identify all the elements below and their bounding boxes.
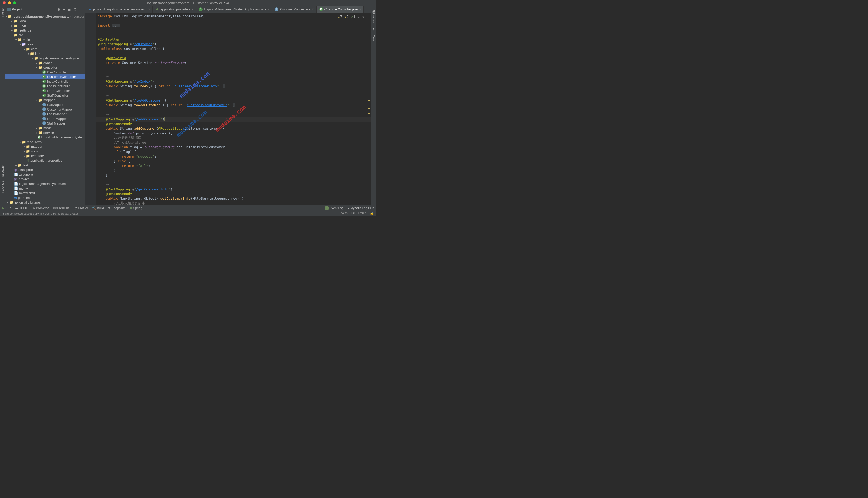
minimize-icon[interactable] [8,1,11,4]
tree-root[interactable]: ▾logisticsManagementSystem-master [logis… [5,14,85,18]
tree-index-controller[interactable]: C IndexController [5,79,85,84]
tree-src[interactable]: ▾src [5,32,85,37]
tree-main[interactable]: ▾main [5,37,85,42]
locate-icon[interactable]: ⊕ [57,7,61,11]
tool-profiler[interactable]: ◔Profiler [75,206,88,210]
tool-terminal[interactable]: ⌨Terminal [53,206,70,210]
tree-app-props[interactable]: ⚙ application.properties [5,158,85,163]
tool-todo[interactable]: ≔TODO [15,206,28,210]
tree-order-controller[interactable]: C OrderController [5,88,85,93]
rail-project[interactable]: Project [1,6,4,18]
close-icon[interactable]: × [148,8,150,11]
tree-login-mapper[interactable]: I LoginMapper [5,112,85,116]
interface-icon: I [275,8,278,11]
tool-mybatis[interactable]: ⬥Mybatis Log Plus [348,206,374,210]
expand-icon[interactable]: ≡ [63,7,65,11]
tree-project-file[interactable]: ◉ .project [5,177,85,181]
project-view-icon [7,8,11,11]
status-message: Build completed successfully in 7 sec, 3… [3,212,78,215]
rail-maven-label[interactable]: Maven [372,33,376,45]
tree-config[interactable]: ▸config [5,61,85,65]
warning-marker[interactable] [368,113,370,114]
tree-customer-controller[interactable]: C CustomerController [5,74,85,79]
maven-icon: m [88,8,91,11]
weak-warnings-count[interactable]: 2 [345,14,348,19]
warnings-count[interactable]: 7 [338,14,342,19]
rail-structure[interactable]: Structure [1,163,4,179]
tab-controller[interactable]: CCustomerController.java× [317,6,364,13]
project-tree[interactable]: ▾logisticsManagementSystem-master [logis… [5,13,85,205]
warning-marker[interactable] [368,108,370,109]
tree-lms[interactable]: ▾lms [5,51,85,56]
tree-staff-controller[interactable]: C StaffController [5,93,85,97]
tree-iml[interactable]: 📄 logisticsmanagementsystem.iml [5,181,85,186]
class-icon: C [42,70,46,74]
tree-ext-lib[interactable]: ▸External Libraries [5,200,85,205]
tree-service[interactable]: ▸service [5,130,85,135]
rail-database[interactable]: Database [372,10,376,26]
rail-notifications[interactable]: 通知 [372,6,376,10]
rail-maven[interactable]: m [372,26,376,33]
class-icon: C [199,8,202,11]
status-caret-pos[interactable]: 36:33 [341,212,348,215]
tab-mapper[interactable]: ICustomerMapper.java× [272,6,316,13]
tab-pom[interactable]: mpom.xml (logisticsmanagementsystem)× [85,6,153,13]
tree-pkg[interactable]: ▾logisticsmanagementsystem [5,56,85,61]
status-encoding[interactable]: UTF-8 [358,212,366,215]
tree-java[interactable]: ▾java [5,42,85,47]
tree-mvnwcmd[interactable]: 📄 mvnw.cmd [5,191,85,195]
folder-icon [8,14,12,18]
tree-staff-mapper[interactable]: I StaffMapper [5,121,85,126]
chevron-down-icon[interactable]: ▾ [23,8,25,11]
tree-mvn[interactable]: ▸.mvn [5,23,85,28]
tool-event-log[interactable]: 1Event Log [325,206,344,210]
tree-res-mapper[interactable]: ▸mapper [5,144,85,149]
editor-gutter[interactable] [85,13,95,205]
rail-favorites[interactable]: Favorites [1,179,4,195]
tree-controller[interactable]: ▾controller [5,65,85,70]
close-icon[interactable] [3,1,6,4]
tree-car-controller[interactable]: C CarController [5,70,85,74]
tab-app[interactable]: CLogisticsManagementSystemApplication.ja… [196,6,273,13]
tab-props[interactable]: ⬢application.properties× [153,6,196,13]
maximize-icon[interactable] [13,1,16,4]
tool-endpoints[interactable]: ↯Endpoints [108,206,125,210]
status-line-sep[interactable]: LF [351,212,355,215]
next-highlight-icon[interactable]: ∨ [363,15,364,19]
tree-idea[interactable]: ▸.idea [5,18,85,23]
tree-pom[interactable]: m pom.xml [5,195,85,200]
tree-gitignore[interactable]: 📄 .gitignore [5,172,85,177]
panel-title[interactable]: Project [12,7,22,11]
tree-customer-mapper[interactable]: I CustomerMapper [5,107,85,112]
prev-highlight-icon[interactable]: ∧ [358,15,360,19]
code-editor[interactable]: 7 2 1 ∧ ∨ package com.lms.logisticsmanag… [95,13,371,205]
gear-icon[interactable]: ⚙ [74,7,77,11]
tree-templates[interactable]: ▸templates [5,154,85,158]
tool-problems[interactable]: ⊘Problems [32,206,49,210]
tool-run[interactable]: ▶Run [2,206,11,210]
hide-icon[interactable]: — [79,7,83,11]
warning-marker[interactable] [368,100,370,101]
collapse-icon[interactable]: ≣ [68,7,71,11]
interface-icon: I [42,103,46,106]
tree-order-mapper[interactable]: I OrderMapper [5,116,85,121]
tree-classpath[interactable]: ◉ .classpath [5,167,85,172]
tree-com[interactable]: ▾com [5,47,85,51]
ok-count[interactable]: 1 [351,14,355,19]
tree-mvnw[interactable]: 📄 mvnw [5,186,85,191]
spring-icon: ⬢ [155,8,159,11]
tree-settings[interactable]: ▸.settings [5,28,85,32]
inspection-bar[interactable]: 7 2 1 ∧ ∨ [337,14,365,20]
tree-static[interactable]: ▸static [5,149,85,154]
tool-spring[interactable]: ⬢Spring [130,206,142,210]
tree-login-controller[interactable]: C LoginController [5,84,85,88]
tree-model[interactable]: ▸model [5,126,85,130]
tool-build[interactable]: 🔨Build [92,206,104,210]
tree-mapper[interactable]: ▾mapper [5,97,85,102]
warning-marker[interactable] [368,95,370,96]
tree-resources[interactable]: ▾resources [5,140,85,144]
tree-test[interactable]: ▸test [5,163,85,167]
tree-car-mapper[interactable]: I CarMapper [5,102,85,107]
status-readonly-icon[interactable]: 🔓 [370,212,373,215]
tree-app-class[interactable]: C LogisticsManagementSystemA [5,135,85,140]
